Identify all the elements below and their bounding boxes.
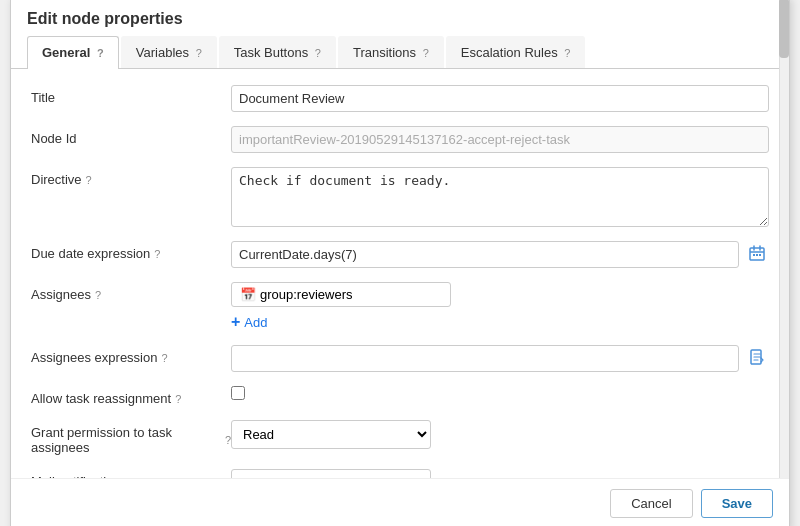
form-body: Title Node Id Directive ? Check if docum… (11, 69, 789, 526)
tab-general[interactable]: General ? (27, 36, 119, 69)
tab-task-buttons[interactable]: Task Buttons ? (219, 36, 336, 68)
grant-field: Read Write Admin (231, 420, 769, 449)
assignees-expr-row: Assignees expression ? (31, 345, 769, 372)
save-button[interactable]: Save (701, 489, 773, 518)
svg-rect-3 (759, 254, 761, 256)
title-label: Title (31, 85, 231, 105)
directive-label: Directive ? (31, 167, 231, 187)
directive-textarea[interactable]: Check if document is ready. (231, 167, 769, 227)
reassignment-help-icon: ? (175, 393, 181, 405)
assignees-expr-input[interactable] (231, 345, 739, 372)
tab-escalation-rules-help-icon: ? (564, 47, 570, 59)
duedate-field (231, 241, 769, 268)
edit-node-dialog: Edit node properties General ? Variables… (10, 0, 790, 526)
add-plus-icon: + (231, 313, 240, 331)
tab-variables-help-icon: ? (196, 47, 202, 59)
assignees-expr-doc-button[interactable] (745, 345, 769, 369)
svg-rect-2 (756, 254, 758, 256)
duedate-input[interactable] (231, 241, 739, 268)
assignees-container: 📅 group:reviewers + Add (231, 282, 769, 331)
directive-row: Directive ? Check if document is ready. (31, 167, 769, 227)
assignees-expr-help-icon: ? (161, 352, 167, 364)
nodeid-field (231, 126, 769, 153)
assignees-row: Assignees ? 📅 group:reviewers + Add (31, 282, 769, 331)
tab-transitions-help-icon: ? (423, 47, 429, 59)
tab-general-help-icon: ? (97, 47, 104, 59)
assignee-row: 📅 group:reviewers (231, 282, 769, 307)
duedate-label: Due date expression ? (31, 241, 231, 261)
tab-transitions[interactable]: Transitions ? (338, 36, 444, 68)
title-field (231, 85, 769, 112)
title-row: Title (31, 85, 769, 112)
dialog-footer: Cancel Save (11, 478, 789, 526)
assignees-expr-label: Assignees expression ? (31, 345, 231, 365)
add-label: Add (244, 315, 267, 330)
duedate-help-icon: ? (154, 248, 160, 260)
add-assignee-row[interactable]: + Add (231, 313, 769, 331)
grant-row: Grant permission to task assignees ? Rea… (31, 420, 769, 455)
directive-field: Check if document is ready. (231, 167, 769, 227)
tabs-container: General ? Variables ? Task Buttons ? Tra… (11, 36, 789, 69)
assignee-tag: 📅 group:reviewers (231, 282, 451, 307)
svg-rect-1 (753, 254, 755, 256)
duedate-calendar-button[interactable] (745, 241, 769, 265)
reassignment-label: Allow task reassignment ? (31, 386, 231, 406)
tab-task-buttons-help-icon: ? (315, 47, 321, 59)
reassignment-row: Allow task reassignment ? (31, 386, 769, 406)
nodeid-input (231, 126, 769, 153)
dialog-title: Edit node properties (11, 0, 789, 36)
title-input[interactable] (231, 85, 769, 112)
grant-select[interactable]: Read Write Admin (231, 420, 431, 449)
assignee-value: group:reviewers (260, 287, 353, 302)
tab-escalation-rules[interactable]: Escalation Rules ? (446, 36, 586, 68)
grant-label: Grant permission to task assignees ? (31, 420, 231, 455)
assignees-expr-field (231, 345, 769, 372)
directive-help-icon: ? (86, 174, 92, 186)
tab-variables[interactable]: Variables ? (121, 36, 217, 68)
scrollbar-track[interactable] (779, 0, 789, 526)
scrollbar-thumb[interactable] (779, 0, 789, 58)
assignee-tag-icon: 📅 (240, 287, 256, 302)
nodeid-row: Node Id (31, 126, 769, 153)
cancel-button[interactable]: Cancel (610, 489, 692, 518)
nodeid-label: Node Id (31, 126, 231, 146)
reassignment-checkbox[interactable] (231, 386, 245, 400)
duedate-row: Due date expression ? (31, 241, 769, 268)
reassignment-field (231, 386, 769, 400)
assignees-label: Assignees ? (31, 282, 231, 302)
assignees-help-icon: ? (95, 289, 101, 301)
